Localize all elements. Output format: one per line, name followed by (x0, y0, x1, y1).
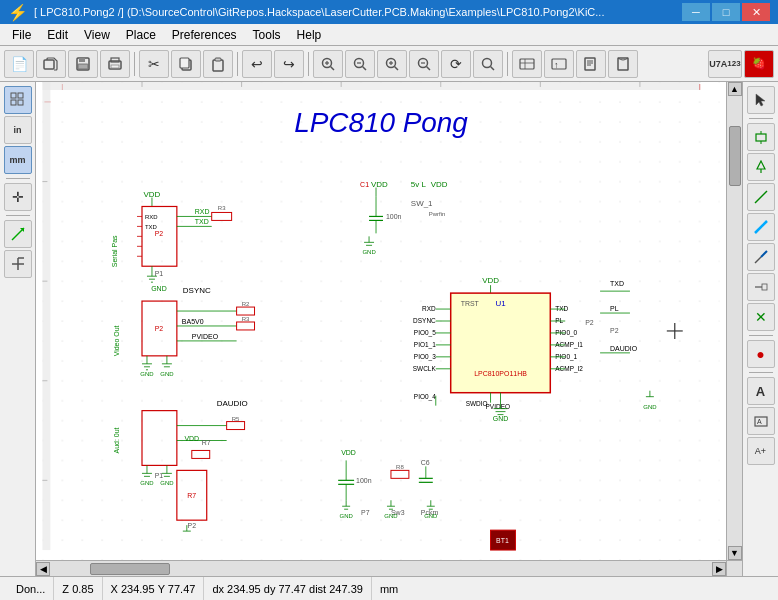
svg-rect-6 (111, 65, 119, 68)
svg-line-26 (491, 66, 495, 70)
add-junction2-button[interactable]: ✕ (747, 303, 775, 331)
copy-button[interactable] (171, 50, 201, 78)
menu-view[interactable]: View (76, 24, 118, 45)
add-sheet-button[interactable]: A+ (747, 437, 775, 465)
scroll-left-arrow[interactable]: ◀ (36, 562, 50, 576)
add-bus-button[interactable] (747, 213, 775, 241)
scroll-up-arrow[interactable]: ▲ (728, 82, 742, 96)
new-button[interactable]: 📄 (4, 50, 34, 78)
cursor-button[interactable]: ✛ (4, 183, 32, 211)
u7a-button[interactable]: U7A123 (708, 50, 742, 78)
menu-place[interactable]: Place (118, 24, 164, 45)
paste-button[interactable] (203, 50, 233, 78)
menu-preferences[interactable]: Preferences (164, 24, 245, 45)
pin-button[interactable]: ↑ (544, 50, 574, 78)
svg-text:P2: P2 (610, 327, 619, 334)
cut-button[interactable]: ✂ (139, 50, 169, 78)
book2-button[interactable] (608, 50, 638, 78)
zoom-level: Z 0.85 (54, 577, 102, 600)
svg-rect-39 (11, 100, 16, 105)
svg-marker-239 (757, 161, 765, 169)
add-busentry-button[interactable] (747, 243, 775, 271)
delta-coords: dx 234.95 dy 77.47 dist 247.39 (204, 577, 371, 600)
x-coordinate: X 234.95 Y 77.47 (103, 577, 205, 600)
add-symbol-button[interactable] (747, 123, 775, 151)
svg-point-25 (483, 58, 492, 67)
right-toolbar-sep3 (749, 372, 773, 373)
unit-mm-button[interactable]: mm (4, 146, 32, 174)
unit-in-button[interactable]: in (4, 116, 32, 144)
add-power-button[interactable] (747, 153, 775, 181)
svg-text:SW_1: SW_1 (411, 199, 433, 208)
hscroll-thumb[interactable] (90, 563, 170, 575)
svg-text:P2: P2 (155, 325, 164, 332)
svg-text:PIO1_1: PIO1_1 (414, 341, 436, 349)
add-wire2-button[interactable] (747, 183, 775, 211)
left-toolbar-sep2 (6, 215, 30, 216)
add-junction-button[interactable] (4, 250, 32, 278)
vscroll-thumb[interactable] (729, 126, 741, 186)
add-netlabel-button[interactable] (747, 273, 775, 301)
grid-button[interactable] (4, 86, 32, 114)
svg-text:P2: P2 (155, 230, 164, 237)
svg-text:R2: R2 (242, 301, 250, 307)
add-text-button[interactable]: A (747, 377, 775, 405)
left-toolbar-sep1 (6, 178, 30, 179)
horizontal-scrollbar[interactable]: ◀ ▶ (36, 560, 726, 576)
scroll-right-arrow[interactable]: ▶ (712, 562, 726, 576)
svg-text:RXD: RXD (145, 214, 158, 220)
svg-text:DSYNC: DSYNC (413, 317, 436, 324)
svg-rect-38 (18, 93, 23, 98)
svg-line-242 (755, 221, 767, 233)
menu-help[interactable]: Help (289, 24, 330, 45)
undo-button[interactable]: ↩ (242, 50, 272, 78)
open-button[interactable] (36, 50, 66, 78)
minimize-button[interactable]: ─ (682, 3, 710, 21)
zoom-in-button[interactable] (377, 50, 407, 78)
add-textbox-button[interactable]: A (747, 407, 775, 435)
find-button[interactable] (473, 50, 503, 78)
vertical-scrollbar[interactable]: ▲ ▼ (726, 82, 742, 560)
svg-text:VDD: VDD (341, 449, 356, 456)
maximize-button[interactable]: □ (712, 3, 740, 21)
svg-text:VDD: VDD (371, 180, 388, 189)
zoom-fit-button[interactable] (345, 50, 375, 78)
svg-rect-0 (44, 60, 54, 69)
add-wire-button[interactable] (4, 220, 32, 248)
svg-text:PIO0_5: PIO0_5 (414, 329, 436, 337)
menu-file[interactable]: File (4, 24, 39, 45)
select-tool-button[interactable] (747, 86, 775, 114)
svg-text:100n: 100n (356, 477, 372, 484)
print-button[interactable] (100, 50, 130, 78)
redo-button[interactable]: ↪ (274, 50, 304, 78)
close-button[interactable]: ✕ (742, 3, 770, 21)
svg-text:C1: C1 (360, 181, 369, 188)
svg-text:VDD: VDD (184, 435, 199, 442)
svg-text:PL: PL (555, 317, 563, 324)
raspi-button[interactable]: 🍓 (744, 50, 774, 78)
svg-text:PIO0_4: PIO0_4 (414, 393, 436, 401)
svg-text:R7: R7 (187, 492, 196, 499)
toolbar-sep3 (308, 52, 309, 76)
svg-text:100n: 100n (386, 213, 402, 220)
scroll-down-arrow[interactable]: ▼ (728, 546, 742, 560)
canvas-area[interactable]: LPC810 Pong VDD Serial Pas P2 RXD TXD (36, 82, 742, 576)
svg-text:GND: GND (384, 513, 398, 519)
svg-rect-8 (180, 58, 189, 68)
left-toolbar: in mm ✛ (0, 82, 36, 576)
svg-text:R7: R7 (202, 439, 211, 446)
book1-button[interactable] (576, 50, 606, 78)
svg-rect-27 (520, 59, 534, 69)
zoom-window-button[interactable] (313, 50, 343, 78)
svg-text:Aud: 0ut: Aud: 0ut (113, 427, 120, 453)
refresh-button[interactable]: ⟳ (441, 50, 471, 78)
netlist-button[interactable] (512, 50, 542, 78)
add-noconn-button[interactable]: ● (747, 340, 775, 368)
zoom-out-button[interactable] (409, 50, 439, 78)
svg-text:Serial Pas: Serial Pas (111, 235, 118, 267)
svg-line-19 (395, 66, 399, 70)
svg-rect-236 (756, 134, 766, 141)
menu-tools[interactable]: Tools (245, 24, 289, 45)
menu-edit[interactable]: Edit (39, 24, 76, 45)
save-button[interactable] (68, 50, 98, 78)
